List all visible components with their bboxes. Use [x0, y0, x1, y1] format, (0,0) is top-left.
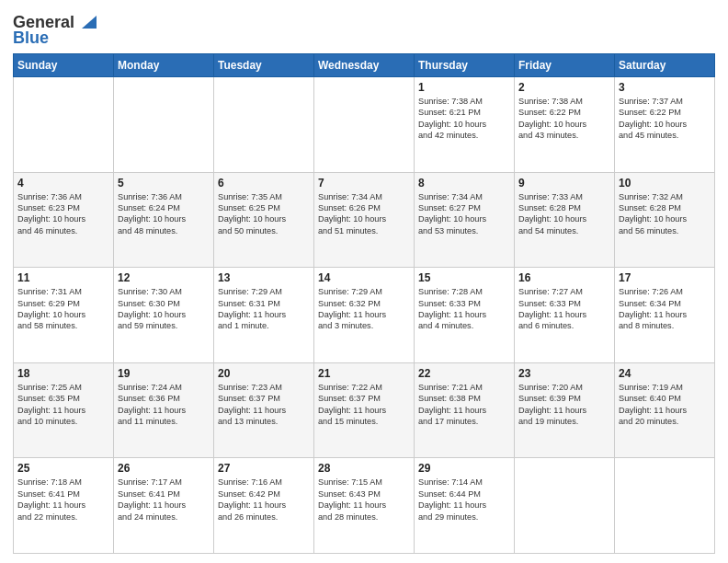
day-of-week-header: Friday [515, 54, 615, 77]
day-number: 10 [619, 177, 711, 190]
calendar-cell: 29Sunrise: 7:14 AM Sunset: 6:44 PM Dayli… [415, 458, 515, 554]
calendar-week-row: 1Sunrise: 7:38 AM Sunset: 6:21 PM Daylig… [14, 77, 715, 173]
calendar-week-row: 18Sunrise: 7:25 AM Sunset: 6:35 PM Dayli… [14, 362, 715, 458]
calendar-cell: 28Sunrise: 7:15 AM Sunset: 6:43 PM Dayli… [314, 458, 415, 554]
day-info: Sunrise: 7:30 AM Sunset: 6:30 PM Dayligh… [118, 286, 210, 332]
calendar-cell: 19Sunrise: 7:24 AM Sunset: 6:36 PM Dayli… [114, 362, 214, 458]
day-info: Sunrise: 7:24 AM Sunset: 6:36 PM Dayligh… [118, 382, 210, 428]
day-number: 18 [17, 367, 109, 380]
day-number: 9 [518, 177, 610, 190]
day-info: Sunrise: 7:18 AM Sunset: 6:41 PM Dayligh… [17, 477, 109, 523]
day-number: 21 [318, 367, 410, 380]
day-info: Sunrise: 7:20 AM Sunset: 6:39 PM Dayligh… [518, 382, 610, 428]
calendar-cell: 7Sunrise: 7:34 AM Sunset: 6:26 PM Daylig… [314, 172, 415, 268]
day-number: 25 [17, 462, 109, 475]
day-number: 29 [418, 462, 510, 475]
svg-marker-0 [82, 16, 97, 29]
calendar-cell: 22Sunrise: 7:21 AM Sunset: 6:38 PM Dayli… [415, 362, 515, 458]
calendar-cell [314, 77, 415, 173]
calendar-cell: 11Sunrise: 7:31 AM Sunset: 6:29 PM Dayli… [14, 268, 114, 363]
day-number: 16 [518, 271, 610, 284]
day-number: 23 [518, 367, 610, 380]
day-info: Sunrise: 7:26 AM Sunset: 6:34 PM Dayligh… [619, 286, 711, 332]
calendar-cell [14, 77, 114, 173]
day-info: Sunrise: 7:36 AM Sunset: 6:24 PM Dayligh… [118, 191, 210, 237]
day-of-week-header: Monday [114, 54, 214, 77]
day-info: Sunrise: 7:15 AM Sunset: 6:43 PM Dayligh… [318, 477, 410, 523]
calendar-cell: 12Sunrise: 7:30 AM Sunset: 6:30 PM Dayli… [114, 268, 214, 363]
day-number: 3 [619, 81, 711, 94]
calendar-cell: 26Sunrise: 7:17 AM Sunset: 6:41 PM Dayli… [114, 458, 214, 554]
day-info: Sunrise: 7:34 AM Sunset: 6:27 PM Dayligh… [418, 191, 510, 237]
day-of-week-header: Sunday [14, 54, 114, 77]
calendar-cell: 23Sunrise: 7:20 AM Sunset: 6:39 PM Dayli… [515, 362, 615, 458]
calendar-cell: 16Sunrise: 7:27 AM Sunset: 6:33 PM Dayli… [515, 268, 615, 363]
day-info: Sunrise: 7:27 AM Sunset: 6:33 PM Dayligh… [518, 286, 610, 332]
calendar-cell: 24Sunrise: 7:19 AM Sunset: 6:40 PM Dayli… [615, 362, 715, 458]
logo-icon [76, 12, 97, 32]
day-number: 20 [218, 367, 310, 380]
day-info: Sunrise: 7:36 AM Sunset: 6:23 PM Dayligh… [17, 191, 109, 237]
calendar-cell: 9Sunrise: 7:33 AM Sunset: 6:28 PM Daylig… [515, 172, 615, 268]
page: General Blue SundayMondayTuesdayWednesda… [0, 0, 728, 563]
day-number: 13 [218, 271, 310, 284]
day-info: Sunrise: 7:33 AM Sunset: 6:28 PM Dayligh… [518, 191, 610, 237]
day-info: Sunrise: 7:14 AM Sunset: 6:44 PM Dayligh… [418, 477, 510, 523]
calendar-week-row: 11Sunrise: 7:31 AM Sunset: 6:29 PM Dayli… [14, 268, 715, 363]
day-info: Sunrise: 7:29 AM Sunset: 6:31 PM Dayligh… [218, 286, 310, 332]
day-number: 6 [218, 177, 310, 190]
day-of-week-header: Tuesday [214, 54, 314, 77]
day-of-week-header: Wednesday [314, 54, 415, 77]
day-info: Sunrise: 7:34 AM Sunset: 6:26 PM Dayligh… [318, 191, 410, 237]
calendar-header: SundayMondayTuesdayWednesdayThursdayFrid… [14, 54, 715, 77]
calendar-cell: 27Sunrise: 7:16 AM Sunset: 6:42 PM Dayli… [214, 458, 314, 554]
calendar-cell: 15Sunrise: 7:28 AM Sunset: 6:33 PM Dayli… [415, 268, 515, 363]
day-number: 5 [118, 177, 210, 190]
day-info: Sunrise: 7:19 AM Sunset: 6:40 PM Dayligh… [619, 382, 711, 428]
calendar-cell: 14Sunrise: 7:29 AM Sunset: 6:32 PM Dayli… [314, 268, 415, 363]
header-row: SundayMondayTuesdayWednesdayThursdayFrid… [14, 54, 715, 77]
calendar-cell: 18Sunrise: 7:25 AM Sunset: 6:35 PM Dayli… [14, 362, 114, 458]
day-number: 1 [418, 81, 510, 94]
calendar-cell [515, 458, 615, 554]
day-of-week-header: Saturday [615, 54, 715, 77]
calendar-cell [214, 77, 314, 173]
calendar-week-row: 4Sunrise: 7:36 AM Sunset: 6:23 PM Daylig… [14, 172, 715, 268]
calendar-cell [114, 77, 214, 173]
calendar-cell: 2Sunrise: 7:38 AM Sunset: 6:22 PM Daylig… [515, 77, 615, 173]
calendar-week-row: 25Sunrise: 7:18 AM Sunset: 6:41 PM Dayli… [14, 458, 715, 554]
day-number: 27 [218, 462, 310, 475]
calendar-cell: 21Sunrise: 7:22 AM Sunset: 6:37 PM Dayli… [314, 362, 415, 458]
calendar-body: 1Sunrise: 7:38 AM Sunset: 6:21 PM Daylig… [14, 77, 715, 554]
day-info: Sunrise: 7:16 AM Sunset: 6:42 PM Dayligh… [218, 477, 310, 523]
day-info: Sunrise: 7:37 AM Sunset: 6:22 PM Dayligh… [619, 96, 711, 142]
calendar-cell: 3Sunrise: 7:37 AM Sunset: 6:22 PM Daylig… [615, 77, 715, 173]
day-number: 8 [418, 177, 510, 190]
day-number: 26 [118, 462, 210, 475]
calendar-cell: 25Sunrise: 7:18 AM Sunset: 6:41 PM Dayli… [14, 458, 114, 554]
calendar-cell: 6Sunrise: 7:35 AM Sunset: 6:25 PM Daylig… [214, 172, 314, 268]
day-number: 11 [17, 271, 109, 284]
calendar-cell: 5Sunrise: 7:36 AM Sunset: 6:24 PM Daylig… [114, 172, 214, 268]
day-number: 28 [318, 462, 410, 475]
day-number: 7 [318, 177, 410, 190]
calendar-cell: 4Sunrise: 7:36 AM Sunset: 6:23 PM Daylig… [14, 172, 114, 268]
day-info: Sunrise: 7:38 AM Sunset: 6:22 PM Dayligh… [518, 96, 610, 142]
calendar-table: SundayMondayTuesdayWednesdayThursdayFrid… [13, 53, 715, 554]
day-number: 24 [619, 367, 711, 380]
day-info: Sunrise: 7:31 AM Sunset: 6:29 PM Dayligh… [17, 286, 109, 332]
calendar-cell: 20Sunrise: 7:23 AM Sunset: 6:37 PM Dayli… [214, 362, 314, 458]
day-info: Sunrise: 7:29 AM Sunset: 6:32 PM Dayligh… [318, 286, 410, 332]
logo: General Blue [13, 13, 97, 48]
calendar-cell [615, 458, 715, 554]
day-number: 4 [17, 177, 109, 190]
calendar-cell: 13Sunrise: 7:29 AM Sunset: 6:31 PM Dayli… [214, 268, 314, 363]
day-info: Sunrise: 7:21 AM Sunset: 6:38 PM Dayligh… [418, 382, 510, 428]
day-number: 15 [418, 271, 510, 284]
day-number: 17 [619, 271, 711, 284]
calendar-cell: 8Sunrise: 7:34 AM Sunset: 6:27 PM Daylig… [415, 172, 515, 268]
calendar-cell: 17Sunrise: 7:26 AM Sunset: 6:34 PM Dayli… [615, 268, 715, 363]
day-info: Sunrise: 7:32 AM Sunset: 6:28 PM Dayligh… [619, 191, 711, 237]
day-info: Sunrise: 7:28 AM Sunset: 6:33 PM Dayligh… [418, 286, 510, 332]
day-info: Sunrise: 7:22 AM Sunset: 6:37 PM Dayligh… [318, 382, 410, 428]
